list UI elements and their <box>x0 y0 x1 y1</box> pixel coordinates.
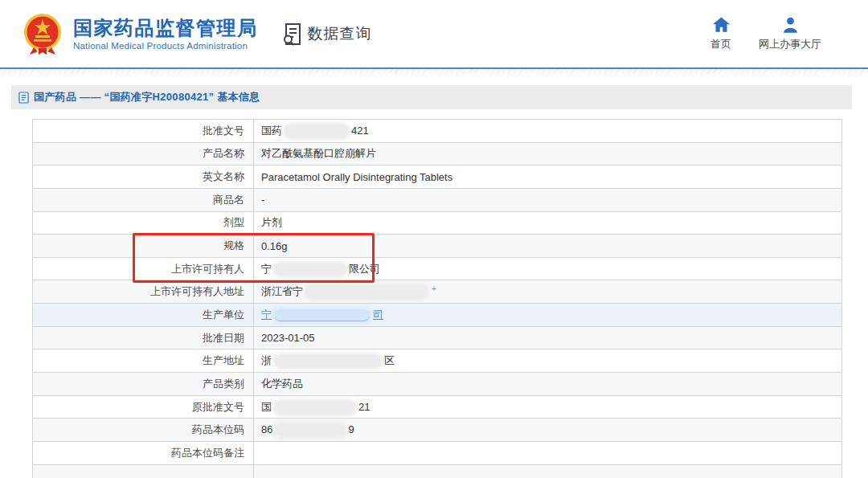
row-value: 浙江省宁+ <box>254 280 842 304</box>
row-label: 产品名称 <box>33 142 254 165</box>
row-label: 原批准文号 <box>33 395 254 419</box>
redacted-blur <box>306 286 427 298</box>
value-text: 浙江省宁 <box>261 285 303 297</box>
row-value <box>254 441 842 464</box>
redacted-blur <box>285 125 348 137</box>
drug-info-panel: 国产药品 —— “国药准字H20080421” 基本信息 批准文号国药421产品… <box>11 85 852 478</box>
nmpa-emblem-logo <box>23 12 63 55</box>
panel-header: 国产药品 —— “国药准字H20080421” 基本信息 <box>11 85 852 109</box>
value-text: Paracetamol Orally Disintegrating Tablet… <box>261 171 452 183</box>
nav-label-home: 首页 <box>710 37 731 51</box>
row-label <box>33 464 254 478</box>
value-text: 宁 <box>261 263 272 275</box>
row-value: 浙区 <box>254 349 842 373</box>
row-label: 批准文号 <box>33 120 254 143</box>
module-title: 数据查询 <box>308 23 372 44</box>
row-value: 片剂 <box>254 211 842 235</box>
value-text: 国 <box>261 401 272 413</box>
panel-title: 国产药品 —— “国药准字H20080421” 基本信息 <box>34 90 260 104</box>
site-header: 国家药品监督管理局 National Medical Products Admi… <box>0 0 868 69</box>
value-text: 0.16g <box>261 240 288 252</box>
value-text: 浙 <box>261 354 272 366</box>
value-text: 区 <box>384 354 395 366</box>
row-value: 国21 <box>254 395 842 419</box>
table-row: 产品名称对乙酰氨基酚口腔崩解片 <box>33 142 842 165</box>
value-text: 9 <box>348 423 354 435</box>
redacted-blur <box>275 309 370 321</box>
production-unit-link[interactable]: 宁司 <box>261 308 383 321</box>
panel-body: 批准文号国药421产品名称对乙酰氨基酚口腔崩解片英文名称Paracetamol … <box>11 109 852 478</box>
table-row: 上市许可持有人宁限公司 <box>33 257 842 280</box>
nav-label-service-hall: 网上办事大厅 <box>759 37 821 51</box>
table-row-partial <box>33 464 842 478</box>
row-value: 国药421 <box>254 120 842 143</box>
row-value: 宁限公司 <box>254 257 842 280</box>
user-icon <box>782 17 799 33</box>
value-text: 对乙酰氨基酚口腔崩解片 <box>261 147 376 159</box>
row-label: 药品本位码 <box>33 419 254 442</box>
table-row: 批准文号国药421 <box>33 120 842 143</box>
value-text: 片剂 <box>261 216 282 228</box>
row-label: 生产单位 <box>33 304 254 327</box>
table-row: 原批准文号国21 <box>33 395 842 419</box>
header-divider-texture <box>0 69 868 73</box>
value-text: 国药 <box>261 125 282 137</box>
row-label: 产品类别 <box>33 373 254 396</box>
org-name-cn: 国家药品监督管理局 <box>73 17 258 39</box>
redaction-artifact-mark: + <box>432 284 436 293</box>
data-query-module: 数据查询 <box>282 22 372 46</box>
table-row: 上市许可持有人地址浙江省宁+ <box>33 280 842 304</box>
redacted-blur <box>276 424 345 436</box>
row-label: 药品本位码备注 <box>33 441 254 464</box>
value-text: 限公司 <box>349 263 380 275</box>
value-text: 421 <box>351 125 369 137</box>
value-text: 化学药品 <box>261 378 303 390</box>
drug-info-table: 批准文号国药421产品名称对乙酰氨基酚口腔崩解片英文名称Paracetamol … <box>32 119 842 478</box>
table-row: 产品类别化学药品 <box>33 373 842 396</box>
row-label: 剂型 <box>33 211 254 235</box>
nav-item-home[interactable]: 首页 <box>710 17 731 51</box>
row-value: - <box>254 188 842 211</box>
value-text: 2023-01-05 <box>261 332 315 344</box>
table-row: 药品本位码备注 <box>33 441 842 464</box>
table-row: 生产地址浙区 <box>33 349 842 373</box>
table-row: 药品本位码869 <box>33 419 842 442</box>
row-label: 生产地址 <box>33 349 254 373</box>
home-icon <box>713 17 730 33</box>
table-row: 英文名称Paracetamol Orally Disintegrating Ta… <box>33 165 842 189</box>
top-nav: 首页 网上办事大厅 <box>710 17 821 51</box>
redacted-blur <box>275 355 381 367</box>
row-value: 0.16g <box>254 235 842 258</box>
row-value: 对乙酰氨基酚口腔崩解片 <box>254 142 842 165</box>
org-name-block: 国家药品监督管理局 National Medical Products Admi… <box>73 17 258 51</box>
redacted-blur <box>275 402 355 414</box>
value-text: 司 <box>373 308 383 321</box>
nav-item-service-hall[interactable]: 网上办事大厅 <box>759 17 821 51</box>
value-text: 21 <box>358 401 370 413</box>
table-row: 生产单位宁司 <box>33 304 842 327</box>
value-text: 86 <box>261 423 272 435</box>
data-query-icon <box>282 22 304 46</box>
org-name-en: National Medical Products Administration <box>73 41 258 51</box>
row-label: 批准日期 <box>33 326 254 349</box>
table-row: 批准日期2023-01-05 <box>33 326 842 349</box>
row-label: 上市许可持有人地址 <box>33 280 254 304</box>
row-value: 2023-01-05 <box>254 326 842 349</box>
row-value: 化学药品 <box>254 373 842 396</box>
table-row: 规格0.16g <box>33 235 842 258</box>
row-label: 商品名 <box>33 188 254 211</box>
table-row: 商品名- <box>33 188 842 211</box>
row-label: 规格 <box>33 235 254 258</box>
value-text: 宁 <box>261 308 272 321</box>
row-label: 上市许可持有人 <box>33 257 254 280</box>
row-value: 宁司 <box>254 304 842 327</box>
redacted-blur <box>275 264 346 276</box>
value-text: - <box>261 194 264 206</box>
row-value <box>254 464 842 478</box>
row-value: Paracetamol Orally Disintegrating Tablet… <box>254 165 842 189</box>
table-row: 剂型片剂 <box>33 211 842 235</box>
row-value: 869 <box>254 419 842 442</box>
row-label: 英文名称 <box>33 165 254 189</box>
document-icon <box>18 92 29 104</box>
